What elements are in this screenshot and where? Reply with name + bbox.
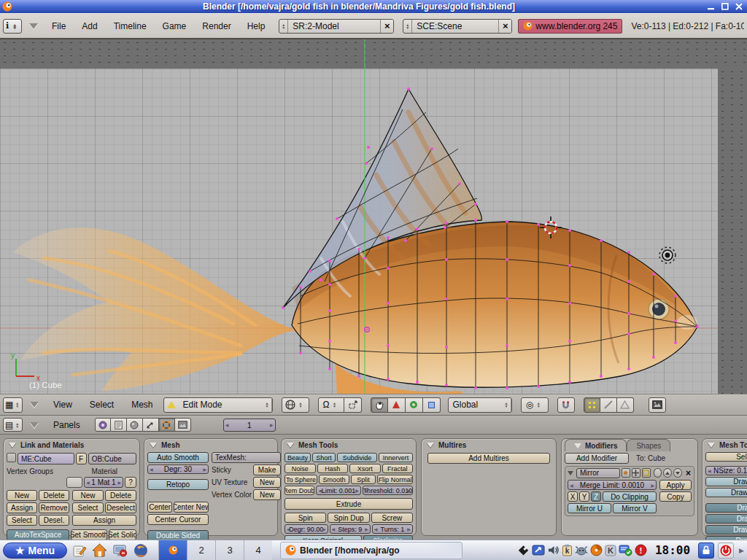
expand-modifier-icon[interactable]: [568, 471, 573, 475]
mesh-name-field[interactable]: ME:Cube: [18, 453, 74, 464]
vgroup-select-button[interactable]: Select: [7, 515, 37, 526]
vgroup-delete-button[interactable]: Delete: [39, 490, 69, 501]
alert-tray-icon[interactable]: !: [635, 544, 647, 556]
center-cursor-button[interactable]: Center Cursor: [147, 514, 209, 525]
material-new-button[interactable]: New: [72, 490, 104, 501]
mirror-v-toggle[interactable]: Mirror V: [613, 503, 657, 513]
workspace-3[interactable]: 3: [215, 540, 244, 560]
amarok-tray-icon[interactable]: [590, 544, 603, 556]
snap-button[interactable]: [557, 397, 575, 413]
beauty-toggle[interactable]: Beauty: [285, 453, 311, 462]
screen-selector[interactable]: SR:2-Model ×: [279, 19, 394, 34]
editing-context-button[interactable]: [159, 418, 175, 432]
crab-tray-icon[interactable]: [575, 545, 588, 556]
workspace-4[interactable]: 4: [244, 540, 272, 560]
shutdown-button[interactable]: [718, 542, 734, 559]
workspace-1-active[interactable]: [158, 540, 187, 560]
innervert-menu[interactable]: Innervert: [379, 453, 413, 462]
render-toggle-icon[interactable]: [622, 468, 630, 478]
select-swap-button[interactable]: Select Swap: [705, 452, 747, 462]
panel-header[interactable]: Mesh Tools: [282, 439, 416, 451]
face-select-mode-button[interactable]: [617, 397, 634, 413]
material-help-button[interactable]: ?: [125, 477, 136, 488]
object-context-button[interactable]: [143, 418, 159, 432]
spin-dup-button[interactable]: Spin Dup: [328, 513, 369, 523]
realtime-toggle-icon[interactable]: [632, 468, 640, 478]
control-center-launcher-icon[interactable]: [112, 542, 128, 559]
logic-context-button[interactable]: [95, 418, 111, 432]
uv-texture-new-button[interactable]: New: [253, 477, 281, 488]
flip-normal-button[interactable]: Flip Normal: [377, 475, 413, 484]
center-button[interactable]: Center: [147, 502, 172, 513]
manipulator-rotate-button[interactable]: [406, 397, 423, 413]
collapse-header-icon[interactable]: [30, 402, 39, 408]
orientation-selector[interactable]: Global: [448, 397, 512, 413]
floppy-tray-icon[interactable]: [517, 544, 530, 556]
panel-header[interactable]: Link and Materials: [4, 439, 139, 451]
scene-selector[interactable]: SCE:Scene ×: [403, 19, 512, 34]
material-color-swatch[interactable]: [66, 477, 82, 488]
vertex-color-new-button[interactable]: New: [253, 489, 281, 500]
panels-menu[interactable]: Panels: [46, 420, 88, 430]
screw-button[interactable]: Screw: [371, 513, 413, 523]
menu-game[interactable]: Game: [156, 21, 193, 31]
panel-hide-arrow[interactable]: ▶: [739, 547, 744, 554]
vgroup-remove-button[interactable]: Remove: [39, 502, 69, 513]
turns-field[interactable]: Turns: 1: [372, 524, 413, 534]
window-titlebar[interactable]: Blender [/home/vajra/gold fish in blende…: [0, 0, 747, 13]
home-launcher-icon[interactable]: [91, 542, 108, 559]
blender-task-button[interactable]: Blender [/home/vajra/go: [280, 542, 462, 559]
volume-tray-icon[interactable]: [547, 544, 560, 556]
mirror-z-toggle[interactable]: Z: [591, 491, 601, 502]
draw-normals-toggle[interactable]: Draw Normals: [705, 477, 747, 486]
subdivide-button[interactable]: Subdivide: [337, 453, 377, 462]
steps-field[interactable]: Steps: 9: [330, 524, 371, 534]
taskbar-clock[interactable]: 18:00: [655, 543, 690, 557]
kde-tray-icon[interactable]: K: [605, 545, 616, 556]
set-solid-button[interactable]: Set Solid: [109, 529, 136, 540]
to-sphere-button[interactable]: To Sphere: [285, 475, 317, 484]
pivot-selector[interactable]: ◎: [521, 397, 549, 413]
menu-add[interactable]: Add: [75, 21, 104, 31]
autotexspace-toggle[interactable]: AutoTexSpace: [7, 529, 69, 540]
maximize-icon[interactable]: [719, 2, 730, 12]
vgroup-assign-button[interactable]: Assign: [7, 502, 37, 513]
texmesh-field[interactable]: TexMesh:: [212, 452, 281, 463]
apply-modifier-button[interactable]: Apply: [659, 480, 692, 490]
window-type-button[interactable]: i: [3, 19, 22, 34]
buttons-type-button[interactable]: ▤: [3, 418, 23, 432]
vgroup-new-button[interactable]: New: [7, 490, 37, 501]
close-window-icon[interactable]: [733, 2, 744, 12]
center-new-button[interactable]: Center New: [174, 502, 209, 513]
mirror-y-toggle[interactable]: Y: [579, 491, 589, 502]
clear-screen-icon[interactable]: ×: [380, 20, 393, 33]
notes-launcher-icon[interactable]: [71, 542, 88, 559]
panel-header[interactable]: Mesh: [144, 439, 277, 451]
shading-context-button[interactable]: [127, 418, 143, 432]
manipulator-scale-button[interactable]: [423, 397, 441, 413]
transform-widget-button[interactable]: [344, 397, 362, 413]
add-multires-button[interactable]: Add Multires: [427, 453, 550, 464]
blender-org-button[interactable]: www.blender.org 245: [518, 19, 622, 34]
klipper-tray-icon[interactable]: k: [562, 544, 573, 556]
move-down-icon[interactable]: [673, 468, 682, 478]
add-modifier-menu[interactable]: Add Modifier: [565, 453, 629, 464]
edge-select-mode-button[interactable]: [600, 397, 617, 413]
draw-creases-toggle[interactable]: Draw Creases: [705, 525, 747, 534]
render-preview-button[interactable]: [649, 397, 666, 413]
double-sided-toggle[interactable]: Double Sided: [147, 530, 209, 540]
threshold-field[interactable]: Threshold: 0.010: [363, 486, 413, 495]
xsort-button[interactable]: Xsort: [349, 464, 381, 473]
move-up-icon[interactable]: [663, 468, 672, 478]
material-delete-button[interactable]: Delete: [105, 490, 136, 501]
vertex-select-mode-button[interactable]: [584, 397, 600, 413]
mirror-x-toggle[interactable]: X: [568, 491, 578, 502]
modifier-circle-icon[interactable]: [654, 468, 662, 478]
manipulator-hand-button[interactable]: [371, 397, 388, 413]
viewport-type-button[interactable]: ▦: [3, 397, 23, 413]
fake-user-button[interactable]: F: [76, 453, 87, 464]
menu-timeline[interactable]: Timeline: [107, 21, 153, 31]
manipulator-translate-button[interactable]: [388, 397, 406, 413]
smooth-button[interactable]: Smooth: [319, 475, 349, 484]
panel-header[interactable]: Mesh Tools: [703, 439, 747, 451]
